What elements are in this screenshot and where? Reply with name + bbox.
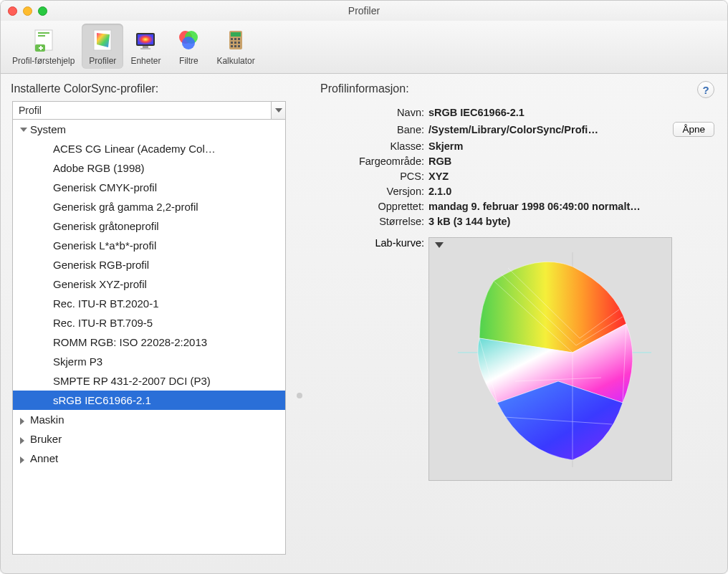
svg-rect-15 (231, 42, 233, 44)
content: Installerte ColorSync-profiler: Profil S… (1, 74, 727, 562)
traffic-lights (8, 6, 47, 16)
label-size: Størrelse: (335, 216, 424, 227)
label-class: Klasse: (335, 140, 424, 152)
toolbar-label: Kalkulator (216, 56, 254, 66)
value-path: /System/Library/ColorSync/Profi… (428, 124, 638, 135)
label-pcs: PCS: (335, 171, 424, 182)
svg-rect-14 (238, 38, 240, 40)
list-item[interactable]: Generisk L*a*b*-profil (13, 236, 285, 255)
label-version: Versjon: (335, 186, 424, 197)
list-item[interactable]: Generisk CMYK-profil (13, 178, 285, 197)
svg-rect-19 (234, 45, 236, 47)
toolbar-label: Profil-førstehjelp (12, 56, 75, 66)
firstaid-icon (30, 27, 57, 54)
list-item[interactable]: SMPTE RP 431-2-2007 DCI (P3) (13, 371, 285, 391)
svg-rect-4 (138, 34, 153, 44)
svg-rect-20 (238, 45, 240, 47)
toolbar-profiler[interactable]: Profiler (82, 24, 123, 69)
list-item[interactable]: Skjerm P3 (13, 352, 285, 371)
list-item[interactable]: Generisk XYZ-profil (13, 274, 285, 294)
svg-rect-5 (143, 46, 148, 48)
svg-rect-13 (234, 38, 236, 40)
profile-dropdown[interactable]: Profil (12, 101, 286, 120)
disclosure-icon[interactable] (435, 242, 444, 248)
svg-point-9 (182, 37, 195, 49)
svg-rect-17 (238, 42, 240, 44)
close-button[interactable] (8, 6, 17, 16)
list-item[interactable]: Adobe RGB (1998) (13, 158, 285, 178)
list-item[interactable]: Generisk RGB-profil (13, 255, 285, 274)
fullscreen-button[interactable] (38, 6, 47, 16)
toolbar-label: Profiler (89, 56, 116, 66)
value-version: 2.1.0 (428, 186, 669, 197)
chevron-down-icon (271, 102, 285, 119)
toolbar-filters[interactable]: Filtre (168, 24, 209, 69)
value-name: sRGB IEC61966-2.1 (428, 107, 669, 118)
label-lab: Lab-kurve: (335, 237, 424, 481)
info-grid: Navn: sRGB IEC61966-2.1 Bane: /System/Li… (335, 107, 714, 227)
list-item[interactable]: Generisk gråtoneprofil (13, 216, 285, 236)
toolbar-calculator[interactable]: Kalkulator (209, 24, 262, 69)
svg-rect-11 (231, 32, 241, 37)
label-path: Bane: (335, 124, 424, 135)
open-button[interactable]: Åpne (673, 122, 714, 137)
toolbar-label: Enheter (130, 56, 161, 66)
label-colorspace: Fargeområde: (335, 156, 424, 167)
dropdown-label: Profil (13, 105, 271, 116)
value-size: 3 kB (3 144 byte) (428, 216, 669, 227)
toolbar-label: Filtre (179, 56, 198, 66)
value-pcs: XYZ (428, 171, 669, 182)
toolbar-profile-firstaid[interactable]: Profil-førstehjelp (5, 24, 82, 69)
svg-rect-12 (231, 38, 233, 40)
list-item[interactable]: ACES CG Linear (Academy Col… (13, 139, 285, 158)
window-title: Profiler (8, 5, 720, 16)
toolbar: Profil-førstehjelp Profiler (1, 21, 727, 74)
value-class: Skjerm (428, 140, 669, 152)
group-bruker[interactable]: Bruker (13, 429, 285, 449)
calculator-icon (222, 27, 249, 54)
devices-icon (132, 27, 159, 54)
left-pane: Installerte ColorSync-profiler: Profil S… (1, 74, 292, 562)
list-item-selected[interactable]: sRGB IEC61966-2.1 (13, 391, 285, 410)
svg-rect-16 (234, 42, 236, 44)
group-annet[interactable]: Annet (13, 449, 285, 468)
value-created: mandag 9. februar 1998 06:49:00 normalt… (428, 201, 669, 212)
titlebar: Profiler (1, 1, 727, 21)
profile-info-header: Profilinformasjon: (320, 82, 714, 95)
list-item[interactable]: Generisk grå gamma 2,2-profil (13, 197, 285, 216)
profiler-icon (89, 27, 116, 54)
installed-profiles-header: Installerte ColorSync-profiler: (11, 82, 289, 95)
right-pane: ? Profilinformasjon: Navn: sRGB IEC61966… (292, 74, 727, 562)
value-colorspace: RGB (428, 156, 669, 167)
svg-rect-18 (231, 45, 233, 47)
lab-plot[interactable] (428, 237, 672, 481)
filters-icon (175, 27, 202, 54)
list-item[interactable]: Rec. ITU-R BT.2020-1 (13, 294, 285, 313)
toolbar-devices[interactable]: Enheter (123, 24, 168, 69)
label-created: Opprettet: (335, 201, 424, 212)
minimize-button[interactable] (23, 6, 32, 16)
label-name: Navn: (335, 107, 424, 118)
group-maskin[interactable]: Maskin (13, 410, 285, 429)
gamut-3d-icon (429, 238, 672, 481)
group-system[interactable]: System (13, 120, 285, 139)
list-item[interactable]: Rec. ITU-R BT.709-5 (13, 313, 285, 333)
list-item[interactable]: ROMM RGB: ISO 22028-2:2013 (13, 333, 285, 352)
profile-tree[interactable]: System ACES CG Linear (Academy Col… Adob… (12, 120, 286, 555)
help-button[interactable]: ? (697, 81, 714, 98)
svg-rect-6 (140, 48, 150, 49)
window: Profiler Profil-førstehjelp (0, 0, 728, 574)
lab-section: Lab-kurve: (335, 237, 714, 481)
